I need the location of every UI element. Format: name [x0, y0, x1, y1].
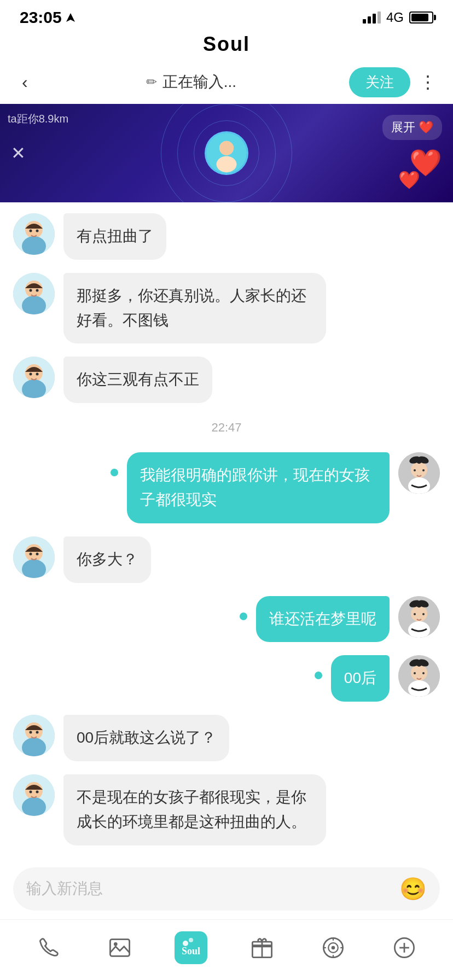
hero-banner: ta距你8.9km 展开 ❤️ ❤️ ❤️ ✕: [0, 104, 453, 202]
message-row: 00后就敢这么说了？: [13, 715, 440, 761]
expand-button[interactable]: 展开 ❤️: [382, 115, 442, 140]
svg-point-3: [217, 156, 237, 173]
messages-area: 有点扭曲了 那挺多，你还真别说。人家长的还好看。不图钱: [0, 202, 453, 856]
avatar-left[interactable]: [13, 774, 55, 816]
nav-bar: ‹ ✏ 正在输入... 关注 ⋮: [0, 60, 453, 104]
avatar-left[interactable]: [13, 536, 55, 578]
close-banner-button[interactable]: ✕: [11, 143, 26, 164]
message-row: 我能很明确的跟你讲，现在的女孩子都很现实: [13, 452, 440, 523]
svg-point-23: [414, 469, 416, 471]
message-bubble: 那挺多，你还真别说。人家长的还好看。不图钱: [63, 273, 326, 344]
nav-actions: 关注 ⋮: [349, 67, 437, 97]
boy-avatar-svg: [13, 213, 55, 255]
expand-label: 展开: [391, 119, 415, 136]
svg-point-27: [416, 458, 422, 464]
message-indicator: [240, 612, 247, 620]
gift-button[interactable]: [243, 929, 281, 967]
svg-point-42: [411, 664, 427, 681]
girl-avatar-svg: [398, 596, 440, 638]
soul-icon: Soul: [175, 931, 207, 964]
avatar-left[interactable]: [13, 357, 55, 398]
svg-point-4: [219, 141, 234, 155]
message-bubble: 你多大？: [63, 536, 151, 583]
svg-point-45: [422, 672, 425, 674]
hero-avatar-svg: [206, 133, 247, 173]
message-indicator: [315, 672, 322, 679]
message-row: 你多大？: [13, 536, 440, 583]
svg-rect-59: [110, 939, 129, 956]
message-row: 00后: [13, 655, 440, 702]
svg-point-63: [183, 941, 188, 946]
svg-point-57: [30, 790, 32, 793]
message-bubble: 谁还活在梦里呢: [256, 596, 390, 643]
avatar-left[interactable]: [13, 715, 55, 756]
svg-point-44: [414, 672, 416, 674]
location-arrow-icon: [65, 12, 76, 23]
face-button[interactable]: [314, 929, 352, 967]
avatar-left[interactable]: [13, 213, 55, 255]
svg-point-9: [36, 230, 39, 232]
svg-point-11: [25, 281, 43, 298]
svg-point-55: [25, 782, 43, 800]
soul-button[interactable]: Soul: [172, 929, 210, 967]
status-icons: 4G: [363, 10, 433, 25]
svg-text:Soul: Soul: [182, 946, 200, 956]
svg-point-48: [416, 661, 422, 667]
message-row: 那挺多，你还真别说。人家长的还好看。不图钱: [13, 273, 440, 344]
svg-point-50: [25, 722, 43, 740]
avatar-right[interactable]: [398, 452, 440, 494]
network-label: 4G: [386, 10, 404, 25]
svg-point-60: [114, 942, 118, 946]
back-button[interactable]: ‹: [16, 67, 33, 98]
message-bubble: 00后: [331, 655, 390, 702]
message-bubble: 00后就敢这么说了？: [63, 715, 229, 761]
message-bubble: 有点扭曲了: [63, 213, 166, 260]
time-divider: 22:47: [13, 416, 440, 439]
plus-circle-icon: [392, 936, 416, 960]
status-bar: 23:05 4G: [0, 0, 453, 33]
image-icon: [108, 936, 132, 960]
svg-point-29: [25, 544, 43, 562]
svg-point-24: [422, 469, 425, 471]
message-bubble: 你这三观有点不正: [63, 357, 212, 403]
message-input[interactable]: 输入新消息: [26, 878, 391, 899]
battery-icon: [409, 11, 433, 24]
more-button[interactable]: ⋮: [419, 72, 437, 92]
svg-point-19: [36, 373, 39, 376]
svg-point-52: [30, 731, 32, 734]
pencil-icon: ✏: [146, 74, 157, 90]
svg-point-58: [36, 790, 39, 793]
typing-status: 正在输入...: [162, 72, 236, 92]
message-row: 你这三观有点不正: [13, 357, 440, 403]
avatar-left[interactable]: [13, 273, 55, 314]
follow-button[interactable]: 关注: [349, 67, 410, 97]
svg-point-53: [36, 731, 39, 734]
nav-center: ✏ 正在输入...: [33, 72, 349, 92]
svg-point-18: [30, 373, 32, 376]
bottom-toolbar: Soul: [0, 919, 453, 980]
image-button[interactable]: [101, 929, 139, 967]
app-title: Soul: [0, 33, 453, 60]
svg-point-16: [25, 364, 43, 382]
svg-point-21: [411, 462, 427, 478]
time-display: 23:05: [20, 8, 62, 27]
svg-point-14: [36, 289, 39, 291]
svg-point-36: [414, 613, 416, 615]
plus-button[interactable]: [385, 929, 423, 967]
svg-point-6: [25, 221, 43, 238]
avatar-right[interactable]: [398, 596, 440, 638]
svg-point-34: [411, 605, 427, 622]
emoji-button[interactable]: 😊: [399, 876, 427, 902]
phone-icon: [37, 936, 61, 960]
message-bubble: 我能很明确的跟你讲，现在的女孩子都很现实: [127, 452, 390, 523]
svg-point-69: [332, 946, 335, 949]
phone-button[interactable]: [30, 929, 68, 967]
gift-icon: [250, 936, 274, 960]
svg-point-32: [36, 552, 39, 555]
svg-marker-0: [66, 13, 75, 22]
avatar-right[interactable]: [398, 655, 440, 697]
svg-point-8: [30, 230, 32, 232]
boy-avatar-svg: [13, 357, 55, 398]
heart-small-icon: ❤️: [398, 170, 420, 190]
svg-point-13: [30, 289, 32, 291]
